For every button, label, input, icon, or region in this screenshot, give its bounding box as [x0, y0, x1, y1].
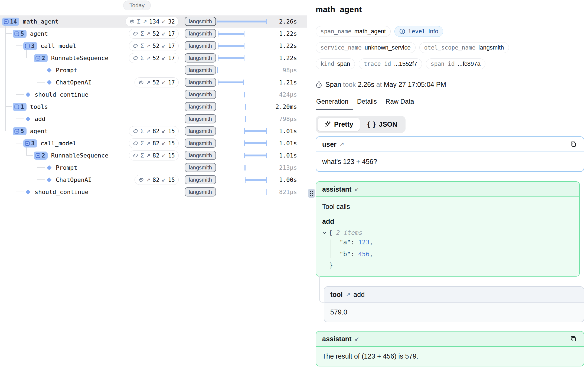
- expand-count-badge[interactable]: 3: [23, 139, 37, 147]
- duration-tick: [245, 104, 246, 110]
- arrow-up-right-icon: ↗: [146, 152, 151, 159]
- coin-icon: [133, 55, 138, 61]
- stopwatch-icon: [316, 81, 322, 88]
- trace-row[interactable]: Promptlangsmith98µs: [0, 64, 307, 76]
- minus-square-icon: [4, 19, 9, 24]
- trace-row[interactable]: should_continuelangsmith424µs: [0, 88, 307, 101]
- langsmith-tag: langsmith: [185, 65, 216, 75]
- expand-count-badge[interactable]: 1: [13, 103, 27, 111]
- message-role: user: [322, 140, 337, 148]
- info-icon: [399, 28, 405, 34]
- tree-connector: [16, 45, 22, 46]
- view-toggle-pretty[interactable]: Pretty: [318, 118, 360, 131]
- page-title: math_agent: [316, 5, 584, 14]
- span-name: tools: [30, 103, 48, 110]
- attribute-pill-span-name: span_namemath_agent: [316, 26, 391, 37]
- message-text: The result of (123 + 456) is 579.: [322, 352, 418, 360]
- expand-count-badge[interactable]: 5: [13, 127, 27, 135]
- span-name: should_continue: [35, 91, 89, 98]
- trace-row[interactable]: should_continuelangsmith821µs: [0, 186, 307, 198]
- view-toggle-json[interactable]: { }JSON: [361, 118, 404, 131]
- expand-count-badge[interactable]: 2: [34, 152, 48, 160]
- panel-resize-handle[interactable]: [308, 189, 315, 198]
- tab-raw-data[interactable]: Raw Data: [381, 98, 418, 109]
- copy-icon: [570, 335, 577, 342]
- minus-square-icon: [14, 129, 19, 134]
- expand-count-badge[interactable]: 5: [13, 30, 27, 38]
- input-tokens: 82: [152, 140, 159, 147]
- trace-row[interactable]: 2RunnableSequenceΣ↗52↙17langsmith1.22s: [0, 52, 307, 64]
- trace-row[interactable]: 3call_modelΣ↗82↙15langsmith1.01s: [0, 137, 307, 149]
- trace-row[interactable]: 2RunnableSequenceΣ↗82↙15langsmith1.01s: [0, 149, 307, 162]
- token-usage-badge: ↗52↙17: [135, 77, 179, 87]
- output-tokens: 15: [168, 177, 175, 183]
- span-name: agent: [30, 128, 48, 134]
- tree-connector: [5, 33, 12, 34]
- tree-connector: [16, 143, 22, 143]
- sigma-icon: Σ: [141, 152, 144, 159]
- diamond-icon: [25, 116, 30, 121]
- arrow-up-right-icon: ↗: [146, 55, 151, 61]
- span-name: add: [35, 116, 45, 122]
- copy-button[interactable]: [569, 334, 578, 343]
- trace-row[interactable]: 3call_modelΣ↗52↙17langsmith1.22s: [0, 40, 307, 52]
- trace-row[interactable]: addlangsmith798µs: [0, 113, 307, 125]
- diamond-icon: [47, 165, 51, 170]
- trace-row[interactable]: ChatOpenAI↗82↙15langsmith1.00s: [0, 174, 307, 186]
- sigma-icon: Σ: [141, 140, 144, 147]
- tab-generation[interactable]: Generation: [316, 98, 353, 109]
- view-toggle-label: JSON: [379, 120, 397, 128]
- span-name: should_continue: [35, 189, 89, 195]
- pill-key: otel_scope_name: [424, 44, 476, 51]
- coin-icon: [133, 31, 138, 37]
- trace-tree-panel: Today 14math_agentΣ↗134↙32langsmith2.26s…: [0, 0, 307, 374]
- spacer: [316, 172, 584, 181]
- message-body: 579.0: [324, 303, 584, 322]
- trace-row[interactable]: 14math_agentΣ↗134↙32langsmith2.26s: [0, 15, 307, 28]
- output-tokens: 17: [168, 55, 175, 61]
- duration-label: 1.00s: [279, 176, 297, 183]
- minus-square-icon: [25, 141, 30, 146]
- pill-key: span_name: [321, 28, 351, 35]
- tree-connector: [16, 119, 24, 119]
- message-role: assistant: [322, 335, 351, 343]
- expand-count-badge[interactable]: 2: [34, 54, 48, 62]
- tree-connector: [37, 160, 37, 180]
- langsmith-tag: langsmith: [185, 90, 216, 99]
- span-name: RunnableSequence: [51, 152, 109, 159]
- trace-row[interactable]: 1toolslangsmith2.20ms: [0, 101, 307, 113]
- child-count: 5: [21, 31, 24, 37]
- attribute-pill-service-name: service_nameunknown_service: [316, 42, 416, 53]
- json-collapse-toggle[interactable]: [322, 231, 326, 235]
- span-attribute-pills: span_namemath_agentlevelInfoservice_name…: [316, 26, 584, 69]
- output-tokens: 17: [168, 31, 175, 37]
- langsmith-tag: langsmith: [185, 114, 216, 123]
- trace-row[interactable]: Promptlangsmith213µs: [0, 162, 307, 174]
- expand-count-badge[interactable]: 14: [2, 18, 19, 26]
- langsmith-tag: langsmith: [185, 53, 216, 63]
- expand-count-badge[interactable]: 3: [23, 42, 37, 50]
- tab-details[interactable]: Details: [353, 98, 381, 109]
- langsmith-tag: langsmith: [185, 126, 216, 136]
- token-usage-badge: Σ↗82↙15: [129, 150, 179, 160]
- attribute-pill-kind: kindspan: [316, 58, 355, 69]
- child-count: 3: [31, 43, 35, 49]
- tree-connector: [5, 131, 12, 131]
- pill-value: unknown_service: [365, 44, 411, 51]
- duration-bar: [244, 155, 266, 156]
- sigma-icon: Σ: [141, 43, 144, 49]
- duration-bar: [218, 33, 244, 35]
- sigma-icon: Σ: [137, 18, 141, 25]
- langsmith-tag: langsmith: [185, 41, 216, 50]
- trace-row[interactable]: 5agentΣ↗52↙17langsmith1.22s: [0, 28, 307, 40]
- input-tokens: 82: [152, 152, 159, 159]
- duration-label: 1.01s: [279, 140, 297, 147]
- tree-connector: [16, 38, 16, 94]
- child-count: 2: [42, 152, 45, 159]
- trace-row[interactable]: 5agentΣ↗82↙15langsmith1.01s: [0, 125, 307, 137]
- tool-call-name: add: [322, 218, 573, 225]
- span-name: ChatOpenAI: [56, 79, 92, 86]
- trace-row[interactable]: ChatOpenAI↗52↙17langsmith1.21s: [0, 76, 307, 88]
- copy-button[interactable]: [569, 140, 578, 149]
- assistant-message-card: assistant↙The result of (123 + 456) is 5…: [316, 331, 584, 366]
